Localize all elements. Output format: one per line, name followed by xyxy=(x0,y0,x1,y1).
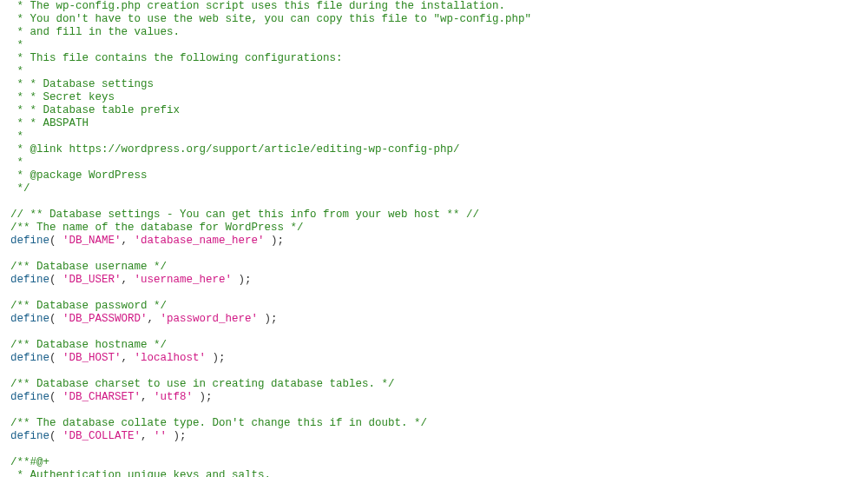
comment-line: * xyxy=(10,65,23,77)
paren-close: ); xyxy=(206,352,226,364)
define-keyword: define xyxy=(10,274,49,286)
comment-line: /**#@+ xyxy=(10,456,49,468)
comment-line: * @link https://wordpress.org/support/ar… xyxy=(10,143,460,156)
define-value: 'database_name_here' xyxy=(135,235,265,247)
comment-line: * and fill in the values. xyxy=(10,26,180,38)
define-key: 'DB_USER' xyxy=(62,274,122,286)
define-keyword: define xyxy=(10,430,49,442)
paren-open: ( xyxy=(49,352,62,364)
define-comment: /** The database collate type. Don't cha… xyxy=(10,417,427,429)
paren-close: ); xyxy=(167,430,187,442)
paren-open: ( xyxy=(49,274,62,286)
comma: , xyxy=(122,235,135,247)
define-value: 'utf8' xyxy=(154,391,193,403)
comment-line: * You don't have to use the web site, yo… xyxy=(10,13,531,25)
comma: , xyxy=(122,352,135,364)
paren-close: ); xyxy=(193,391,213,403)
define-value: 'username_here' xyxy=(135,274,233,286)
comment-line: * * Database table prefix xyxy=(10,104,180,116)
define-key: 'DB_PASSWORD' xyxy=(62,313,148,325)
comment-line: * xyxy=(10,156,23,169)
define-comment: /** Database charset to use in creating … xyxy=(10,378,395,390)
paren-close: ); xyxy=(232,274,252,286)
paren-open: ( xyxy=(49,391,62,403)
comment-line: * Authentication unique keys and salts. xyxy=(10,469,271,477)
comma: , xyxy=(122,274,135,286)
comment-line: * This file contains the following confi… xyxy=(10,52,343,64)
comment-line: */ xyxy=(10,182,30,195)
paren-close: ); xyxy=(258,313,278,325)
define-value: 'localhost' xyxy=(135,352,207,364)
define-key: 'DB_NAME' xyxy=(62,235,122,247)
define-value: 'password_here' xyxy=(161,313,259,325)
paren-close: ); xyxy=(265,235,285,247)
define-key: 'DB_CHARSET' xyxy=(62,391,141,403)
comma: , xyxy=(141,391,154,403)
comment-line: * * Secret keys xyxy=(10,91,115,103)
paren-open: ( xyxy=(49,430,62,442)
comment-line: * * ABSPATH xyxy=(10,117,89,129)
define-keyword: define xyxy=(10,313,49,325)
comment-line: * The wp-config.php creation script uses… xyxy=(10,0,505,12)
define-keyword: define xyxy=(10,391,49,403)
comment-line: * xyxy=(10,130,23,142)
code-block: * The wp-config.php creation script uses… xyxy=(0,0,868,477)
comma: , xyxy=(148,313,161,325)
define-comment: /** Database hostname */ xyxy=(10,339,167,351)
define-value: '' xyxy=(154,430,167,442)
define-comment: /** The name of the database for WordPre… xyxy=(10,222,304,234)
define-comment: /** Database password */ xyxy=(10,300,167,312)
db-settings-banner: // ** Database settings - You can get th… xyxy=(10,209,479,221)
comment-line: * * Database settings xyxy=(10,78,154,90)
define-keyword: define xyxy=(10,235,49,247)
define-comment: /** Database username */ xyxy=(10,261,167,273)
comma: , xyxy=(141,430,154,442)
comment-line: * @package WordPress xyxy=(10,169,148,182)
comment-line: * xyxy=(10,39,23,51)
paren-open: ( xyxy=(49,235,62,247)
define-keyword: define xyxy=(10,352,49,364)
define-key: 'DB_COLLATE' xyxy=(62,430,141,442)
define-key: 'DB_HOST' xyxy=(62,352,122,364)
paren-open: ( xyxy=(49,313,62,325)
